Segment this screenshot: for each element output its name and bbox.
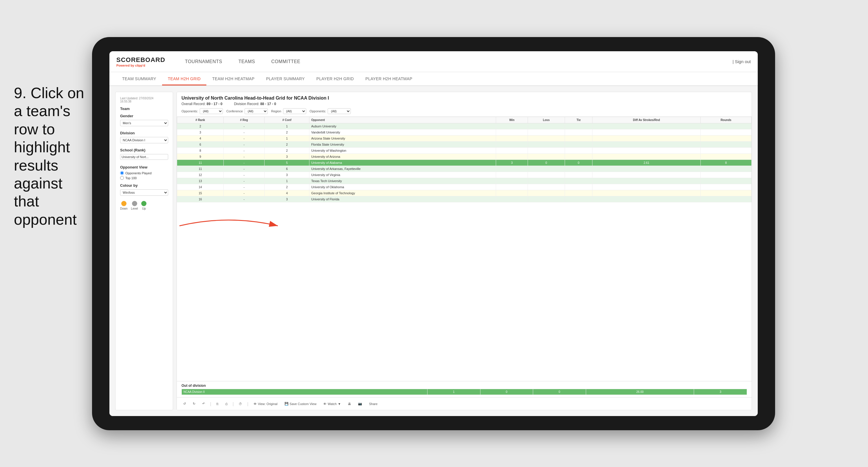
camera-btn[interactable]: 📷 xyxy=(356,401,364,407)
table-row[interactable]: 11 - 5 University of Alabama 3 0 0 2.61 … xyxy=(177,160,752,166)
region-label: Region xyxy=(271,110,281,113)
print-btn[interactable]: 🖶 xyxy=(346,401,353,407)
grid-title: University of North Carolina Head-to-Hea… xyxy=(182,95,747,101)
cell-opponent: University of Virginia xyxy=(309,172,496,178)
table-row[interactable]: 2 - 1 Auburn University xyxy=(177,123,752,129)
out-of-division-row[interactable]: NCAA Division II 1 0 0 26.00 3 xyxy=(182,389,747,395)
legend-down: Down xyxy=(120,201,128,210)
cell-opponent: University of Alabama xyxy=(309,160,496,166)
colour-by-select[interactable]: Win/loss xyxy=(120,189,168,196)
cell-loss xyxy=(528,190,565,196)
cell-rounds xyxy=(701,123,752,129)
cell-reg: - xyxy=(223,160,264,166)
opponent-view-section: Opponent View Opponents Played Top 100 xyxy=(120,165,168,180)
copy-btn[interactable]: ⎘ xyxy=(215,401,220,407)
cell-rounds xyxy=(701,129,752,136)
col-rank: # Rank xyxy=(177,117,224,123)
sign-out-link[interactable]: | Sign out xyxy=(733,59,751,64)
nav-tournaments[interactable]: TOURNAMENTS xyxy=(177,57,230,66)
nav-committee[interactable]: COMMITTEE xyxy=(263,57,309,66)
save-custom-view-btn[interactable]: 💾 Save Custom View xyxy=(283,401,318,407)
cell-rank: 14 xyxy=(177,184,224,190)
cell-rounds xyxy=(701,196,752,202)
instruction-text: 9. Click on a team's row to highlight re… xyxy=(14,84,89,228)
cell-win: 3 xyxy=(496,160,528,166)
redo-btn[interactable]: ↻ xyxy=(191,401,197,407)
tab-team-h2h-heatmap[interactable]: TEAM H2H HEATMAP xyxy=(206,73,260,85)
table-row[interactable]: 12 - 3 University of Virginia xyxy=(177,172,752,178)
table-row[interactable]: 16 - 3 University of Florida xyxy=(177,196,752,202)
cell-tie: 0 xyxy=(565,160,592,166)
undo-btn[interactable]: ↺ xyxy=(182,401,188,407)
cell-diff xyxy=(592,184,701,190)
table-row[interactable]: 11 - 6 University of Arkansas, Fayettevi… xyxy=(177,166,752,172)
watch-btn[interactable]: 👁 Watch ▼ xyxy=(321,401,343,407)
cell-opponent: University of Florida xyxy=(309,196,496,202)
share-btn[interactable]: Share xyxy=(367,401,379,407)
back-btn[interactable]: ↶ xyxy=(200,401,207,407)
cell-rounds xyxy=(701,142,752,148)
cell-loss: 0 xyxy=(528,160,565,166)
table-row[interactable]: 13 - 1 Texas Tech University xyxy=(177,178,752,184)
conference-select[interactable]: (All) xyxy=(245,108,268,114)
table-row[interactable]: 6 - 2 Florida State University xyxy=(177,142,752,148)
cell-out-diff: 26.00 xyxy=(586,389,694,395)
cell-reg: - xyxy=(223,190,264,196)
view-btn[interactable]: 👁 View: Original xyxy=(252,401,279,407)
cell-tie xyxy=(565,142,592,148)
cell-diff xyxy=(592,196,701,202)
table-row[interactable]: 4 - 1 Arizona State University xyxy=(177,136,752,142)
team-label: Team xyxy=(120,107,168,111)
school-input[interactable] xyxy=(120,154,168,160)
cell-reg: - xyxy=(223,123,264,129)
cell-win xyxy=(496,172,528,178)
cell-reg: - xyxy=(223,154,264,160)
radio-top-100[interactable]: Top 100 xyxy=(120,176,168,180)
cell-loss xyxy=(528,154,565,160)
gender-label: Gender xyxy=(120,114,168,118)
table-row[interactable]: 14 - 2 University of Oklahoma xyxy=(177,184,752,190)
gender-select[interactable]: Men's xyxy=(120,120,168,126)
radio-opponents-played[interactable]: Opponents Played xyxy=(120,171,168,175)
cell-tie xyxy=(565,123,592,129)
tab-player-h2h-grid[interactable]: PLAYER H2H GRID xyxy=(311,73,360,85)
cell-win xyxy=(496,129,528,136)
cell-loss xyxy=(528,196,565,202)
grid-table: # Rank # Reg # Conf Opponent Win Loss Ti… xyxy=(177,117,752,202)
cell-reg: - xyxy=(223,129,264,136)
cell-win xyxy=(496,178,528,184)
cell-rank: 12 xyxy=(177,172,224,178)
col-loss: Loss xyxy=(528,117,565,123)
cell-opponent: University of Washington xyxy=(309,148,496,154)
table-row[interactable]: 9 - 3 University of Arizona xyxy=(177,154,752,160)
cell-win xyxy=(496,142,528,148)
clock-btn[interactable]: ⏱ xyxy=(237,401,244,407)
cell-reg: - xyxy=(223,142,264,148)
cell-diff xyxy=(592,154,701,160)
cell-loss xyxy=(528,142,565,148)
out-of-division-table: NCAA Division II 1 0 0 26.00 3 xyxy=(182,389,747,395)
opponents-filter-label: Opponents: xyxy=(182,110,198,113)
table-row[interactable]: 15 - 4 Georgia Institute of Technology xyxy=(177,190,752,196)
cell-reg: - xyxy=(223,136,264,142)
paste-btn[interactable]: ⎙ xyxy=(224,401,229,407)
opponents-filter-select[interactable]: (All) xyxy=(200,108,223,114)
table-row[interactable]: 3 - 2 Vanderbilt University xyxy=(177,129,752,136)
cell-tie xyxy=(565,196,592,202)
tab-team-h2h-grid[interactable]: TEAM H2H GRID xyxy=(162,73,207,85)
division-select[interactable]: NCAA Division I xyxy=(120,137,168,143)
nav-teams[interactable]: TEAMS xyxy=(230,57,264,66)
table-row[interactable]: 8 - 2 University of Washington xyxy=(177,148,752,154)
cell-rank: 4 xyxy=(177,136,224,142)
cell-diff xyxy=(592,142,701,148)
tab-team-summary[interactable]: TEAM SUMMARY xyxy=(116,73,162,85)
tab-player-summary[interactable]: PLAYER SUMMARY xyxy=(260,73,311,85)
tab-player-h2h-heatmap[interactable]: PLAYER H2H HEATMAP xyxy=(360,73,418,85)
cell-diff: 2.61 xyxy=(592,160,701,166)
opponent-filter-select[interactable]: (All) xyxy=(328,108,351,114)
region-select[interactable]: (All) xyxy=(283,108,306,114)
cell-opponent: Texas Tech University xyxy=(309,178,496,184)
cell-rank: 9 xyxy=(177,154,224,160)
cell-conf: 3 xyxy=(265,172,309,178)
cell-loss xyxy=(528,184,565,190)
